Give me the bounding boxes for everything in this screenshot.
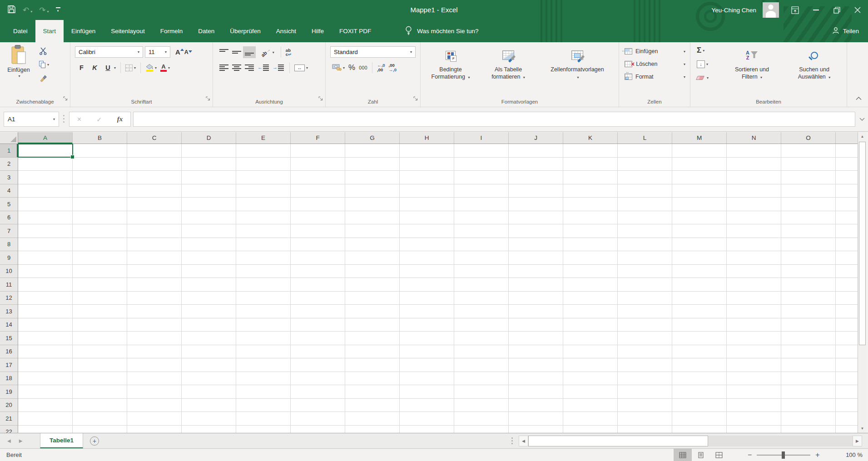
zoom-in-button[interactable]: + <box>815 451 819 459</box>
scroll-left-arrow[interactable]: ◀ <box>519 436 528 446</box>
zoom-level[interactable]: 100 % <box>846 449 863 461</box>
sheet-tab-tabelle1[interactable]: Tabelle1 <box>40 433 83 448</box>
collapse-ribbon-button[interactable] <box>856 94 862 102</box>
format-cells-button[interactable]: ↔ Format▾ <box>625 71 685 82</box>
grid-row-8[interactable] <box>18 238 858 252</box>
formula-bar-drag-dots[interactable] <box>63 115 64 123</box>
tab-daten[interactable]: Daten <box>190 20 222 42</box>
column-header-f[interactable]: F <box>291 132 345 144</box>
grid-row-10[interactable] <box>18 265 858 278</box>
grid-row-11[interactable] <box>18 278 858 292</box>
expand-formula-bar-button[interactable] <box>856 109 868 129</box>
tab-überprüfen[interactable]: Überprüfen <box>222 20 268 42</box>
font-size-select[interactable]: 11▾ <box>145 46 170 58</box>
font-dialog-launcher[interactable] <box>206 95 211 103</box>
delete-cells-button[interactable]: × Löschen▾ <box>625 59 685 69</box>
grid-row-18[interactable] <box>18 372 858 386</box>
new-sheet-button[interactable]: + <box>90 436 99 446</box>
tab-datei[interactable]: Datei <box>5 20 35 42</box>
vertical-scrollbar-thumb[interactable] <box>859 142 866 345</box>
column-header-n[interactable]: N <box>727 132 781 144</box>
row-header-19[interactable]: 19 <box>0 385 18 399</box>
column-header-g[interactable]: G <box>345 132 400 144</box>
align-right-button[interactable] <box>243 62 256 74</box>
column-header-a[interactable]: A <box>18 132 73 144</box>
row-header-14[interactable]: 14 <box>0 318 18 332</box>
grid-row-12[interactable] <box>18 292 858 305</box>
user-name[interactable]: Yeu-Ching Chen <box>711 7 756 14</box>
selected-cell-a1[interactable] <box>18 144 73 158</box>
fill-button[interactable]: ↓▾ <box>697 59 709 69</box>
grid-row-4[interactable] <box>18 184 858 198</box>
grid-row-15[interactable] <box>18 332 858 345</box>
increase-decimal-button[interactable]: ←,0,00 <box>375 62 387 74</box>
grid-row-17[interactable] <box>18 358 858 372</box>
tab-hilfe[interactable]: Hilfe <box>304 20 332 42</box>
tab-foxit-pdf[interactable]: FOXIT PDF <box>332 20 379 42</box>
row-header-5[interactable]: 5 <box>0 198 18 211</box>
decrease-decimal-button[interactable]: ,00→,0 <box>387 62 398 74</box>
row-header-9[interactable]: 9 <box>0 251 18 265</box>
horizontal-scrollbar-track[interactable] <box>708 436 853 446</box>
row-header-2[interactable]: 2 <box>0 158 18 171</box>
scroll-down-arrow[interactable]: ▼ <box>858 424 867 433</box>
grid-row-14[interactable] <box>18 318 858 332</box>
tab-einfügen[interactable]: Einfügen <box>64 20 103 42</box>
tab-start[interactable]: Start <box>35 20 64 42</box>
row-header-20[interactable]: 20 <box>0 399 18 412</box>
conditional-formatting-button[interactable]: ≠ Bedingte Formatierung ▾ <box>423 42 478 107</box>
format-painter-button[interactable] <box>39 73 49 84</box>
row-header-18[interactable]: 18 <box>0 372 18 386</box>
insert-function-button[interactable]: fx <box>117 115 123 123</box>
previous-sheet-arrow[interactable]: ◀ <box>7 438 11 443</box>
grid-row-22[interactable] <box>18 426 858 433</box>
vertical-scrollbar[interactable]: ▲ ▼ <box>858 132 867 433</box>
formula-input[interactable] <box>133 112 855 127</box>
fill-color-button[interactable]: ▾ <box>144 62 159 74</box>
grid-row-5[interactable] <box>18 198 858 211</box>
clear-button[interactable]: ▾ <box>697 72 709 83</box>
currency-format-button[interactable]: ▾ <box>330 62 347 74</box>
number-dialog-launcher[interactable] <box>413 95 418 103</box>
row-header-1[interactable]: 1 <box>0 144 18 158</box>
align-left-button[interactable] <box>218 62 230 74</box>
find-select-button[interactable]: Suchen und Auswählen ▾ <box>786 42 843 81</box>
number-format-select[interactable]: Standard▾ <box>330 46 416 58</box>
row-header-4[interactable]: 4 <box>0 184 18 198</box>
row-header-12[interactable]: 12 <box>0 292 18 305</box>
merge-center-button[interactable]: ↔▾ <box>293 62 310 74</box>
grid-row-2[interactable] <box>18 158 858 171</box>
zoom-out-button[interactable]: − <box>748 451 752 459</box>
grid-row-6[interactable] <box>18 211 858 225</box>
grid-row-16[interactable] <box>18 345 858 359</box>
restore-button[interactable] <box>826 0 847 20</box>
page-break-view-button[interactable] <box>710 449 728 461</box>
avatar[interactable] <box>763 2 779 18</box>
column-header-e[interactable]: E <box>236 132 291 144</box>
column-header-k[interactable]: K <box>563 132 618 144</box>
row-header-8[interactable]: 8 <box>0 238 18 252</box>
clipboard-dialog-launcher[interactable] <box>63 95 68 103</box>
scroll-right-arrow[interactable]: ▶ <box>853 436 862 446</box>
row-header-7[interactable]: 7 <box>0 224 18 238</box>
column-header-d[interactable]: D <box>182 132 236 144</box>
grid-row-13[interactable] <box>18 305 858 318</box>
row-header-17[interactable]: 17 <box>0 358 18 372</box>
copy-button[interactable]: ▾ <box>39 59 49 70</box>
decrease-indent-button[interactable]: ← <box>256 62 271 74</box>
align-top-button[interactable] <box>218 46 230 58</box>
cell-styles-button[interactable]: Zellenformatvorlagen ▾ <box>539 42 616 107</box>
grid-row-1[interactable] <box>18 144 858 158</box>
row-header-16[interactable]: 16 <box>0 345 18 359</box>
grid-row-7[interactable] <box>18 224 858 238</box>
row-header-13[interactable]: 13 <box>0 305 18 318</box>
increase-indent-button[interactable]: → <box>271 62 286 74</box>
cancel-icon[interactable]: × <box>77 115 81 124</box>
grid-row-3[interactable] <box>18 171 858 184</box>
alignment-dialog-launcher[interactable] <box>318 95 323 103</box>
font-family-select[interactable]: Calibri▾ <box>75 46 143 58</box>
column-header-i[interactable]: I <box>454 132 509 144</box>
column-header-l[interactable]: L <box>618 132 672 144</box>
insert-cells-button[interactable]: ← Einfügen▾ <box>625 46 685 57</box>
page-layout-view-button[interactable] <box>692 449 710 461</box>
